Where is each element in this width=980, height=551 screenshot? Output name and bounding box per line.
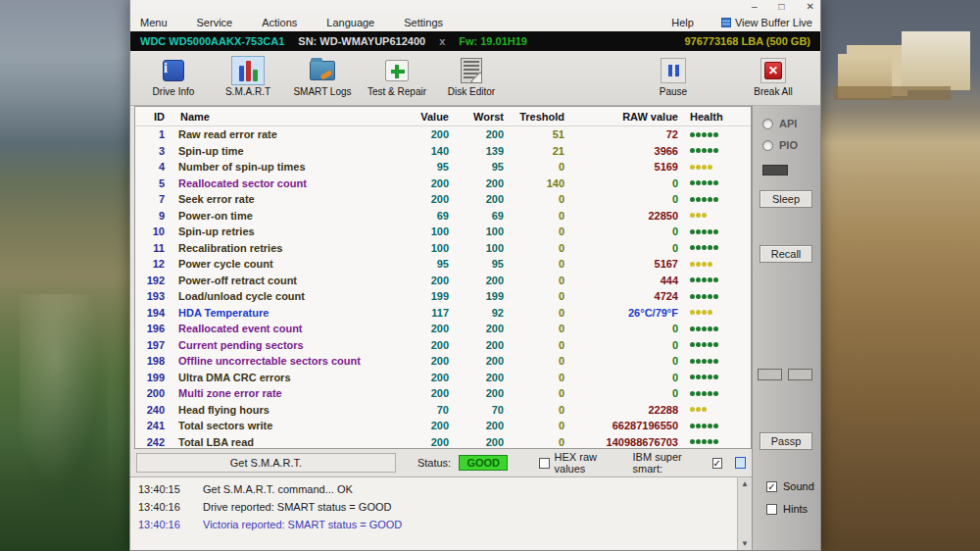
health-dot [708, 180, 712, 185]
table-row[interactable]: 1Raw read error rate2002005172 [135, 126, 751, 143]
table-row[interactable]: 7Seek error rate20020000 [135, 191, 751, 208]
cell-name: Reallocated event count [169, 323, 394, 334]
cell-threshold: 0 [504, 161, 564, 173]
minimize-button[interactable]: – [752, 2, 758, 12]
scroll-up-icon[interactable]: ▲ [741, 479, 749, 488]
cell-value: 200 [394, 372, 449, 383]
passp-button[interactable]: Passp [760, 432, 812, 450]
table-row[interactable]: 4Number of spin-up times959505169 [135, 159, 751, 175]
health-dot [708, 439, 712, 444]
cell-id: 1 [135, 128, 169, 140]
log-scrollbar[interactable]: ▲ ▼ [737, 477, 752, 550]
table-row[interactable]: 242Total LBA read2002000140988676703 [135, 434, 751, 450]
cell-value: 69 [394, 210, 449, 222]
test-repair-button[interactable]: Test & Repair [360, 54, 434, 97]
health-dot [713, 424, 718, 428]
smart-logs-button[interactable]: SMART Logs [285, 54, 360, 97]
cell-id: 192 [135, 275, 169, 286]
header-worst: Worst [449, 111, 504, 123]
toolbar-label: Break All [754, 86, 792, 97]
cell-health [678, 277, 751, 282]
menu-service[interactable]: Service [195, 17, 235, 28]
cell-id: 3 [135, 145, 169, 157]
cell-value: 200 [394, 387, 449, 399]
menu-menu[interactable]: Menu [138, 17, 170, 28]
cell-worst: 200 [449, 420, 504, 431]
menu-actions[interactable]: Actions [260, 17, 299, 28]
health-dot [702, 213, 707, 218]
table-row[interactable]: 241Total sectors write200200066287196550 [135, 418, 751, 434]
radio-icon [762, 119, 773, 129]
drive-info-button[interactable]: i Drive Info [136, 54, 211, 97]
health-dot [702, 375, 707, 379]
table-row[interactable]: 5Reallocated sector count2002001400 [135, 175, 751, 192]
health-dot [696, 262, 701, 267]
cell-value: 70 [394, 404, 449, 416]
health-dot [696, 342, 701, 347]
table-row[interactable]: 199Ultra DMA CRC errors20020000 [135, 370, 751, 386]
desktop-wallpaper-right [818, 0, 980, 551]
health-dot [713, 245, 718, 250]
view-buffer-live-button[interactable]: View Buffer Live [721, 17, 812, 28]
health-dot [702, 326, 707, 331]
cell-id: 198 [135, 355, 169, 367]
table-row[interactable]: 192Power-off retract count2002000444 [135, 273, 751, 289]
cell-id: 200 [135, 387, 169, 399]
small-button-2[interactable] [788, 369, 812, 380]
table-row[interactable]: 9Power-on time6969022850 [135, 208, 751, 225]
close-button[interactable]: ✕ [807, 2, 814, 12]
table-row[interactable]: 200Multi zone error rate20020000 [135, 385, 751, 402]
table-row[interactable]: 10Spin-up retries10010000 [135, 224, 751, 240]
table-row[interactable]: 197Current pending sectors20020000 [135, 337, 751, 354]
menu-bar: Menu Service Actions Language Settings H… [130, 14, 820, 31]
cell-name: Reallocated sector count [169, 177, 394, 189]
health-dot [708, 277, 712, 282]
health-dot [702, 277, 707, 282]
break-all-button[interactable]: ✕ Break All [736, 54, 810, 97]
table-row[interactable]: 12Power cycle count959505167 [135, 256, 751, 273]
cell-threshold: 0 [504, 210, 564, 222]
table-row[interactable]: 196Reallocated event count20020000 [135, 321, 751, 337]
cell-id: 10 [135, 225, 169, 237]
sleep-button[interactable]: Sleep [760, 190, 812, 208]
table-row[interactable]: 240Head flying hours7070022288 [135, 402, 751, 419]
menu-language[interactable]: Language [324, 17, 376, 28]
hints-checkbox[interactable]: Hints [766, 503, 808, 515]
view-buffer-live-label: View Buffer Live [735, 17, 812, 28]
maximize-button[interactable]: □ [779, 2, 785, 12]
health-dot [713, 229, 718, 234]
log-message: Victoria reported: SMART status = GOOD [203, 519, 402, 530]
hex-raw-values-checkbox[interactable]: HEX raw values [539, 451, 624, 475]
log-lines: 13:40:15Get S.M.A.R.T. command... OK13:4… [130, 477, 737, 550]
health-dot [702, 197, 707, 202]
pause-button[interactable]: Pause [636, 54, 710, 97]
ibm-option-box[interactable] [735, 457, 746, 469]
ibm-super-smart-checkbox[interactable]: IBM super smart: ✓ [633, 451, 746, 475]
api-radio[interactable]: API [762, 118, 797, 129]
sound-checkbox[interactable]: ✓ Sound [766, 480, 814, 492]
health-dot [696, 213, 701, 218]
small-button-1[interactable] [758, 369, 782, 380]
log-message: Drive reported: SMART status = GOOD [203, 501, 391, 513]
log-area: 13:40:15Get S.M.A.R.T. command... OK13:4… [130, 476, 752, 550]
health-dot [708, 294, 712, 299]
cell-id: 193 [135, 290, 169, 302]
table-row[interactable]: 198Offline uncorrectable sectors count20… [135, 353, 751, 370]
smart-button[interactable]: S.M.A.R.T [211, 54, 285, 97]
disk-editor-button[interactable]: Disk Editor [434, 54, 509, 97]
get-smart-button[interactable]: Get S.M.A.R.T. [136, 453, 396, 473]
scroll-down-icon[interactable]: ▼ [741, 539, 749, 548]
recall-button[interactable]: Recall [760, 245, 812, 263]
table-row[interactable]: 3Spin-up time140139213966 [135, 143, 751, 160]
table-row[interactable]: 194HDA Temperature11792026°C/79°F [135, 305, 751, 322]
menu-settings[interactable]: Settings [402, 17, 445, 28]
health-dot [702, 391, 707, 396]
table-row[interactable]: 193Load/unload cycle count19919904724 [135, 288, 751, 305]
table-row[interactable]: 11Recalibration retries10010000 [135, 240, 751, 257]
smart-table-body: 1Raw read error rate20020051723Spin-up t… [135, 126, 751, 449]
cell-name: Power cycle count [169, 258, 394, 270]
cell-raw-value: 0 [564, 177, 678, 189]
menu-help[interactable]: Help [669, 17, 696, 28]
cell-worst: 199 [449, 290, 504, 302]
pio-radio[interactable]: PIO [762, 139, 798, 151]
